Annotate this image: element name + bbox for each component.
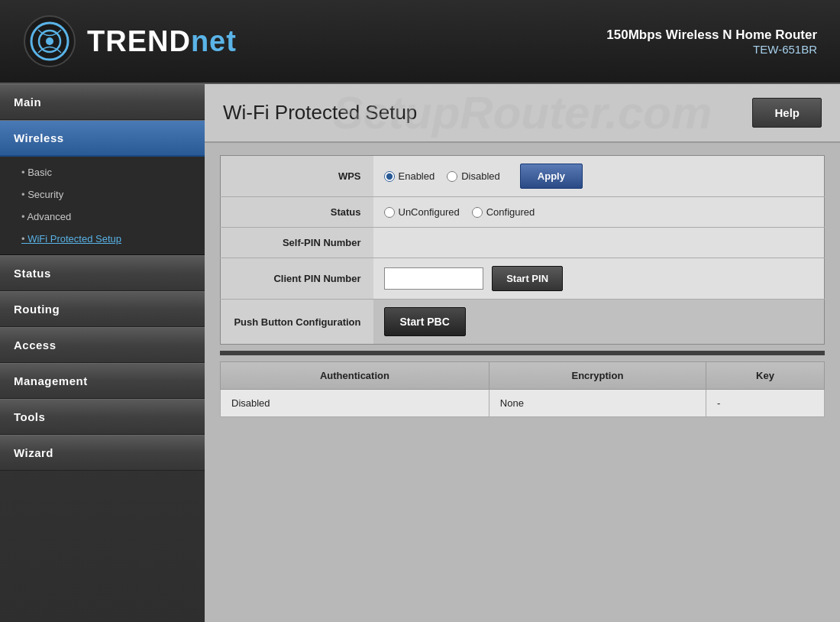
sidebar-submenu-basic[interactable]: Basic: [0, 161, 205, 183]
content-area: SetupRouter.com Wi-Fi Protected Setup He…: [205, 84, 840, 622]
wps-form-table: WPS Enabled Disabled Apply: [220, 155, 825, 345]
router-description: 150Mbps Wireless N Home Router: [606, 28, 817, 43]
wps-label: WPS: [221, 156, 373, 197]
table-header-row: Authentication Encryption Key: [221, 362, 825, 390]
wps-row: WPS Enabled Disabled Apply: [221, 156, 825, 197]
start-pin-button[interactable]: Start PIN: [492, 266, 563, 291]
encryption-header: Encryption: [489, 362, 706, 390]
sidebar-item-wireless[interactable]: Wireless: [0, 120, 205, 157]
header: TRENDnet 150Mbps Wireless N Home Router …: [0, 0, 840, 84]
svg-point-3: [46, 37, 53, 45]
push-button-row: Push Button Configuration Start PBC: [221, 300, 825, 345]
sidebar-submenu-advanced[interactable]: Advanced: [0, 206, 205, 228]
content-header: SetupRouter.com Wi-Fi Protected Setup He…: [205, 84, 840, 143]
sidebar-item-access[interactable]: Access: [0, 327, 205, 363]
router-model: TEW-651BR: [606, 43, 817, 56]
wps-radio-group: Enabled Disabled Apply: [384, 164, 814, 189]
table-row: Disabled None -: [221, 390, 825, 417]
key-header: Key: [706, 362, 825, 390]
page-title: Wi-Fi Protected Setup: [223, 101, 417, 125]
help-button[interactable]: Help: [752, 98, 822, 128]
key-cell: -: [706, 390, 825, 417]
brand-name: TRENDnet: [87, 25, 237, 58]
wps-enabled-radio[interactable]: [384, 171, 395, 182]
main-layout: Main Wireless Basic Security Advanced Wi…: [0, 84, 840, 622]
self-pin-control: [373, 228, 825, 258]
sidebar-item-tools[interactable]: Tools: [0, 399, 205, 435]
configured-label[interactable]: Configured: [472, 206, 535, 218]
status-control: UnConfigured Configured: [373, 197, 825, 228]
sidebar: Main Wireless Basic Security Advanced Wi…: [0, 84, 205, 622]
encryption-cell: None: [489, 390, 706, 417]
sidebar-item-routing[interactable]: Routing: [0, 291, 205, 327]
self-pin-row: Self-PIN Number: [221, 228, 825, 258]
sidebar-item-management[interactable]: Management: [0, 363, 205, 399]
sidebar-item-main[interactable]: Main: [0, 84, 205, 120]
status-row: Status UnConfigured Configured: [221, 197, 825, 228]
auth-cell: Disabled: [221, 390, 489, 417]
router-info: 150Mbps Wireless N Home Router TEW-651BR: [606, 28, 817, 56]
unconfigured-radio[interactable]: [384, 207, 395, 218]
auth-header: Authentication: [221, 362, 489, 390]
status-radio-group: UnConfigured Configured: [384, 206, 814, 218]
separator: [220, 351, 825, 355]
client-pin-row: Client PIN Number Start PIN: [221, 258, 825, 300]
wps-disabled-radio[interactable]: [447, 171, 457, 182]
status-label: Status: [221, 197, 373, 228]
configured-radio[interactable]: [472, 207, 483, 218]
push-button-label: Push Button Configuration: [221, 300, 373, 345]
start-pbc-button[interactable]: Start PBC: [384, 307, 466, 336]
sidebar-submenu-security[interactable]: Security: [0, 183, 205, 206]
wps-enabled-label[interactable]: Enabled: [384, 170, 435, 182]
security-table: Authentication Encryption Key Disabled N…: [220, 361, 825, 417]
apply-button[interactable]: Apply: [520, 164, 583, 189]
client-pin-label: Client PIN Number: [221, 258, 373, 300]
content-body: WPS Enabled Disabled Apply: [205, 143, 840, 622]
client-pin-input[interactable]: [384, 267, 483, 290]
sidebar-item-wizard[interactable]: Wizard: [0, 435, 205, 471]
sidebar-item-status[interactable]: Status: [0, 255, 205, 291]
wireless-submenu: Basic Security Advanced WiFi Protected S…: [0, 157, 205, 255]
trendnet-logo-icon: [23, 15, 76, 68]
logo-area: TRENDnet: [23, 15, 237, 68]
self-pin-label: Self-PIN Number: [221, 228, 373, 258]
sidebar-submenu-wifi-protected-setup[interactable]: WiFi Protected Setup: [0, 228, 205, 250]
client-pin-control: Start PIN: [373, 258, 825, 300]
wps-disabled-label[interactable]: Disabled: [447, 170, 500, 182]
self-pin-value: [384, 237, 387, 248]
push-button-control: Start PBC: [373, 300, 825, 345]
wps-control: Enabled Disabled Apply: [373, 156, 825, 197]
unconfigured-label[interactable]: UnConfigured: [384, 206, 460, 218]
